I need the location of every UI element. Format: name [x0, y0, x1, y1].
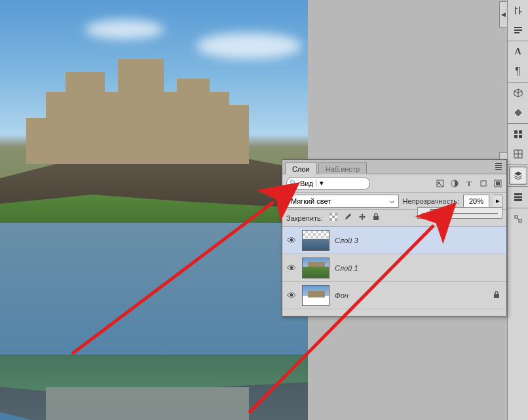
layer-thumbnail[interactable]: [302, 258, 330, 278]
svg-rect-26: [330, 218, 332, 221]
character-icon[interactable]: A: [509, 43, 527, 61]
layer-name[interactable]: Фон: [335, 292, 488, 299]
lock-move-icon[interactable]: [358, 213, 366, 223]
svg-rect-6: [519, 135, 522, 138]
filter-smart-icon[interactable]: [493, 179, 502, 188]
layers-panel: Слои Наб.инстр 🔍 Вид ▾ T Мягкий свет ⌵ Н…: [282, 159, 507, 316]
svg-line-15: [518, 218, 519, 220]
svg-rect-1: [514, 29, 522, 31]
panel-tabbar: Слои Наб.инстр: [282, 160, 506, 174]
channels-icon[interactable]: [509, 188, 527, 206]
lock-brush-icon[interactable]: [344, 213, 352, 223]
search-placeholder: Вид: [300, 180, 313, 187]
layer-row[interactable]: 👁 Слой 3: [282, 227, 506, 254]
dropdown-icon: ⌵: [390, 197, 394, 205]
right-toolbar: ◀ A ¶ ◀: [507, 0, 528, 420]
search-icon: 🔍: [290, 180, 297, 187]
svg-rect-11: [514, 197, 522, 199]
svg-rect-10: [514, 193, 522, 195]
collapse-toggle[interactable]: ◀: [499, 1, 507, 28]
filter-pixel-icon[interactable]: [436, 179, 445, 188]
adjustments-icon[interactable]: [509, 1, 527, 20]
slider-thumb[interactable]: [430, 209, 436, 217]
svg-rect-12: [514, 199, 522, 201]
castle-shape: [26, 39, 262, 170]
layers-list: 👁 Слой 3 👁 Слой 1 👁 Фон: [282, 227, 506, 316]
svg-rect-27: [335, 218, 337, 221]
layer-thumbnail[interactable]: [302, 230, 330, 251]
opacity-dropdown-icon[interactable]: ▸: [493, 195, 502, 208]
filter-type-icon[interactable]: T: [464, 179, 474, 188]
visibility-toggle-icon[interactable]: 👁: [286, 290, 297, 301]
layer-thumbnail[interactable]: [302, 285, 330, 306]
reflection-shape: [0, 223, 308, 420]
svg-rect-28: [373, 216, 379, 220]
blend-mode-value: Мягкий свет: [291, 197, 331, 205]
layer-filter-row: 🔍 Вид ▾ T: [282, 174, 506, 193]
svg-rect-25: [332, 216, 335, 218]
svg-rect-29: [494, 294, 499, 298]
visibility-toggle-icon[interactable]: 👁: [286, 263, 297, 273]
svg-rect-0: [514, 27, 522, 28]
svg-rect-14: [519, 220, 521, 222]
lock-all-icon[interactable]: [373, 213, 379, 223]
panel-menu-icon[interactable]: [493, 161, 504, 172]
swatch-icon[interactable]: [509, 145, 527, 163]
styles-icon[interactable]: [509, 21, 527, 39]
opacity-input[interactable]: 20%: [463, 195, 489, 208]
svg-rect-5: [514, 135, 518, 138]
layer-name[interactable]: Слой 3: [335, 237, 502, 244]
lock-label: Закрепить:: [286, 214, 323, 222]
filter-adjust-icon[interactable]: [450, 179, 459, 188]
layer-row[interactable]: 👁 Фон: [282, 282, 506, 309]
svg-rect-13: [515, 216, 518, 218]
svg-rect-24: [335, 213, 337, 216]
svg-rect-4: [519, 130, 522, 134]
lock-row: Закрепить:: [282, 210, 506, 227]
layers-icon[interactable]: [509, 166, 527, 185]
3d-icon[interactable]: [509, 84, 527, 102]
opacity-label: Непрозрачность:: [403, 197, 459, 205]
svg-rect-21: [496, 181, 500, 185]
lock-icon: [493, 291, 502, 300]
materials-icon[interactable]: [509, 104, 527, 122]
svg-rect-23: [330, 213, 332, 216]
filter-shape-icon[interactable]: [479, 179, 488, 188]
svg-rect-2: [514, 32, 519, 33]
search-dropdown-icon[interactable]: ▾: [316, 179, 325, 187]
tab-layers[interactable]: Слои: [285, 162, 317, 174]
paths-icon[interactable]: [509, 210, 527, 228]
lock-transparent-icon[interactable]: [330, 213, 337, 223]
layer-name[interactable]: Слой 1: [335, 264, 502, 272]
opacity-slider[interactable]: [417, 207, 502, 219]
document-canvas[interactable]: [0, 0, 308, 420]
paragraph-icon[interactable]: ¶: [509, 62, 527, 81]
layer-search-input[interactable]: 🔍 Вид ▾: [286, 177, 370, 190]
layer-row[interactable]: 👁 Слой 1: [282, 254, 506, 282]
cloud-shape: [85, 20, 164, 39]
svg-rect-19: [481, 181, 486, 186]
tab-presets[interactable]: Наб.инстр: [318, 162, 367, 174]
visibility-toggle-icon[interactable]: 👁: [286, 235, 297, 246]
blend-mode-select[interactable]: Мягкий свет ⌵: [286, 195, 399, 208]
svg-rect-3: [514, 130, 518, 134]
preset-icon[interactable]: [509, 125, 527, 143]
